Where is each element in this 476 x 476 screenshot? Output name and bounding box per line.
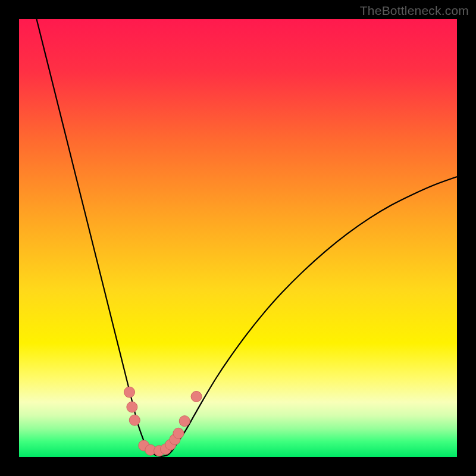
bottleneck-curve (36, 19, 457, 456)
plot-area (19, 19, 457, 457)
watermark-text: TheBottleneck.com (360, 4, 469, 18)
data-marker (124, 387, 134, 397)
data-marker (173, 428, 184, 439)
curve-layer (19, 19, 457, 457)
marker-group (124, 387, 202, 456)
data-marker (191, 391, 202, 402)
data-marker (179, 416, 190, 427)
data-marker (127, 402, 137, 412)
data-marker (129, 415, 140, 425)
chart-frame: TheBottleneck.com (0, 0, 476, 476)
